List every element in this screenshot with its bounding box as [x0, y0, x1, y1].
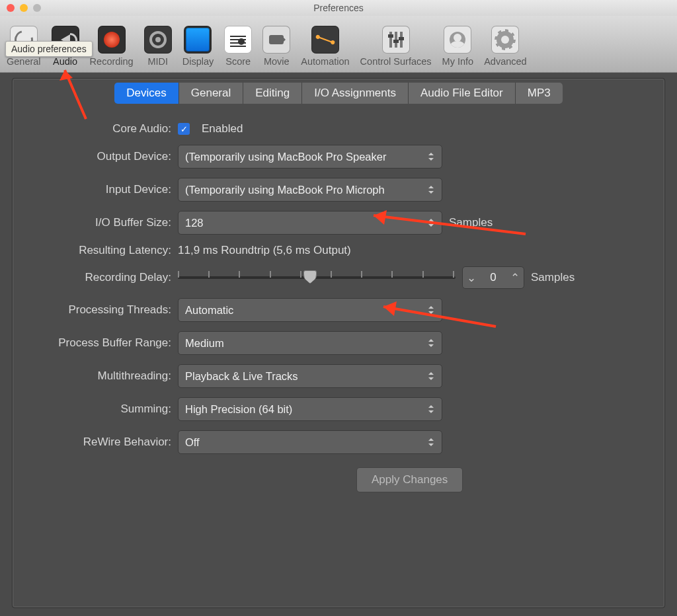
- output-device-select[interactable]: (Temporarily using MacBook Pro Speaker: [178, 145, 442, 169]
- toolbar-advanced[interactable]: Advanced: [479, 26, 532, 67]
- recording-delay-spinner[interactable]: ⌄ 0 ⌃: [462, 266, 524, 289]
- recording-icon: [98, 26, 126, 54]
- core-audio-checkbox[interactable]: ✓: [178, 123, 190, 135]
- svg-marker-1: [60, 70, 73, 81]
- toolbar-my-info[interactable]: My Info: [437, 26, 479, 67]
- multithreading-value: Playback & Live Tracks: [185, 370, 298, 383]
- recording-delay-value: 0: [480, 271, 506, 284]
- slider-thumb[interactable]: [303, 270, 317, 284]
- input-device-label: Input Device:: [13, 183, 178, 196]
- resulting-latency-label: Resulting Latency:: [13, 244, 178, 257]
- toolbar-label: Advanced: [484, 56, 527, 67]
- recording-delay-label: Recording Delay:: [13, 271, 178, 284]
- audio-preferences-panel: Devices General Editing I/O Assignments …: [12, 78, 665, 608]
- advanced-icon: [491, 26, 519, 54]
- svg-line-2: [374, 215, 526, 234]
- toolbar-control-surfaces[interactable]: Control Surfaces: [355, 26, 437, 67]
- toolbar-automation[interactable]: Automation: [296, 26, 354, 67]
- movie-icon: [262, 26, 290, 54]
- toolbar-label: Recording: [90, 56, 134, 67]
- toolbar-label: MIDI: [147, 56, 168, 67]
- subtab-editing[interactable]: Editing: [243, 83, 302, 104]
- toolbar-movie[interactable]: Movie: [257, 26, 296, 67]
- output-device-value: (Temporarily using MacBook Pro Speaker: [185, 151, 386, 163]
- toolbar-midi[interactable]: MIDI: [139, 26, 177, 67]
- audio-subtab-bar: Devices General Editing I/O Assignments …: [13, 79, 664, 105]
- score-icon: [224, 26, 252, 54]
- subtab-audio-file-editor[interactable]: Audio File Editor: [409, 83, 516, 104]
- multithreading-label: Multithreading:: [13, 369, 178, 383]
- tooltip-audio-preferences: Audio preferences: [5, 41, 93, 57]
- toolbar-label: General: [7, 56, 41, 67]
- annotation-arrow-audio-tab: [60, 66, 99, 129]
- rewire-behavior-value: Off: [185, 436, 200, 449]
- toolbar-label: Movie: [264, 56, 290, 67]
- recording-delay-slider[interactable]: [178, 276, 456, 279]
- zoom-window-button[interactable]: [33, 4, 41, 12]
- subtab-general[interactable]: General: [179, 83, 243, 104]
- multithreading-select[interactable]: Playback & Live Tracks: [178, 364, 442, 388]
- spinner-down-button[interactable]: ⌄: [463, 271, 480, 285]
- resulting-latency-value: 11,9 ms Roundtrip (5,6 ms Output): [178, 244, 351, 257]
- devices-form: Core Audio: ✓ Enabled Output Device: (Te…: [13, 105, 664, 492]
- toolbar-label: Score: [225, 56, 251, 67]
- toolbar-label: Display: [182, 56, 214, 67]
- close-window-button[interactable]: [7, 4, 15, 12]
- samples-unit: Samples: [531, 271, 575, 284]
- toolbar-label: My Info: [442, 56, 474, 67]
- rewire-behavior-label: ReWire Behavior:: [13, 436, 178, 449]
- toolbar-label: Audio: [53, 56, 77, 67]
- minimize-window-button[interactable]: [20, 4, 28, 12]
- control-surfaces-icon: [382, 26, 410, 54]
- io-buffer-size-value: 128: [185, 217, 204, 229]
- summing-select[interactable]: High Precision (64 bit): [178, 397, 442, 421]
- automation-icon: [311, 26, 339, 54]
- input-device-value: (Temporarily using MacBook Pro Microph: [185, 184, 385, 196]
- apply-changes-button[interactable]: Apply Changes: [356, 467, 463, 492]
- svg-marker-3: [374, 210, 387, 225]
- process-buffer-range-value: Medium: [185, 337, 224, 350]
- display-icon: [184, 26, 212, 54]
- toolbar-label: Automation: [301, 56, 349, 67]
- window-titlebar: Preferences: [0, 0, 677, 16]
- svg-marker-5: [383, 301, 397, 316]
- subtab-mp3[interactable]: MP3: [516, 83, 563, 104]
- toolbar-score[interactable]: Score: [219, 26, 257, 67]
- subtab-io-assignments[interactable]: I/O Assignments: [302, 83, 409, 104]
- annotation-arrow-processing-threads: [377, 297, 509, 340]
- svg-line-4: [383, 307, 496, 327]
- window-title: Preferences: [313, 3, 363, 13]
- output-device-label: Output Device:: [13, 150, 178, 163]
- subtab-devices[interactable]: Devices: [114, 83, 179, 104]
- processing-threads-label: Processing Threads:: [13, 303, 178, 317]
- toolbar-display[interactable]: Display: [177, 26, 219, 67]
- summing-value: High Precision (64 bit): [185, 403, 292, 416]
- toolbar-label: Control Surfaces: [360, 56, 432, 67]
- process-buffer-range-label: Process Buffer Range:: [13, 336, 178, 350]
- input-device-select[interactable]: (Temporarily using MacBook Pro Microph: [178, 178, 442, 202]
- my-info-icon: [444, 26, 471, 54]
- processing-threads-value: Automatic: [185, 304, 233, 317]
- io-buffer-size-label: I/O Buffer Size:: [13, 216, 178, 229]
- preferences-toolbar: Audio preferences General Audio Recordin…: [0, 16, 677, 73]
- spinner-up-button[interactable]: ⌃: [506, 271, 524, 285]
- rewire-behavior-select[interactable]: Off: [178, 430, 442, 454]
- toolbar-recording[interactable]: Recording: [85, 26, 139, 67]
- summing-label: Summing:: [13, 403, 178, 416]
- core-audio-enabled-text: Enabled: [202, 122, 243, 135]
- midi-icon: [144, 26, 172, 54]
- annotation-arrow-io-buffer: [367, 205, 532, 248]
